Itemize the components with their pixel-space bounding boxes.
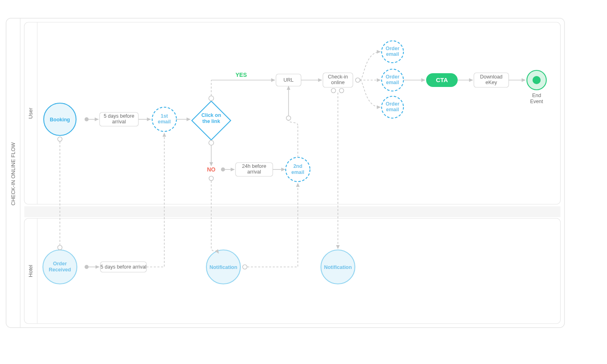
- svg-text:Download: Download: [480, 74, 503, 80]
- svg-text:2nd: 2nd: [293, 163, 302, 169]
- flow-diagram: CHECK-IN ONLINE FLOW User Hotel Booking …: [0, 0, 607, 364]
- node-notification-1-label: Notification: [210, 265, 238, 270]
- svg-text:eKey: eKey: [486, 80, 497, 85]
- node-5days-before-label-1: 5 days before: [104, 113, 134, 119]
- node-checkin-label-1: Check-in: [328, 74, 348, 80]
- svg-text:Order: Order: [386, 74, 399, 80]
- lane-hotel-label: Hotel: [28, 265, 34, 277]
- svg-point-39: [209, 176, 214, 181]
- svg-text:Received: Received: [49, 267, 71, 273]
- node-5days-before-label-2: arrival: [112, 119, 126, 125]
- node-cta-label: CTA: [436, 76, 448, 83]
- node-1st-email-label-1: 1st: [161, 113, 168, 119]
- svg-point-38: [58, 245, 62, 250]
- lane-user-label: User: [28, 108, 34, 119]
- svg-text:email: email: [386, 107, 399, 112]
- svg-point-32: [331, 89, 336, 93]
- svg-text:Order: Order: [386, 46, 399, 51]
- node-checkin-label-2: online: [331, 80, 344, 85]
- svg-text:Order: Order: [53, 261, 67, 267]
- svg-text:email: email: [291, 169, 304, 175]
- svg-point-36: [85, 265, 89, 269]
- node-url-label: URL: [283, 77, 293, 83]
- svg-text:Event: Event: [530, 99, 543, 104]
- node-end-event: [527, 70, 546, 90]
- svg-text:email: email: [386, 80, 399, 85]
- label-no: NO: [207, 166, 216, 173]
- svg-rect-4: [24, 206, 560, 217]
- svg-text:the link: the link: [202, 119, 220, 124]
- node-1st-email-label-2: email: [158, 119, 171, 125]
- svg-text:Order: Order: [386, 101, 399, 107]
- svg-text:Click on: Click on: [202, 112, 221, 118]
- svg-text:email: email: [386, 51, 399, 57]
- svg-point-25: [209, 140, 214, 145]
- svg-text:arrival: arrival: [247, 169, 261, 175]
- svg-point-11: [209, 96, 214, 101]
- node-notification-2-label: Notification: [324, 265, 352, 270]
- svg-text:24h before: 24h before: [242, 163, 266, 169]
- node-booking-label: Booking: [50, 117, 70, 123]
- svg-point-12: [356, 78, 360, 83]
- svg-text:End: End: [532, 93, 541, 98]
- svg-point-37: [58, 137, 62, 142]
- svg-point-33: [340, 89, 344, 93]
- svg-point-40: [243, 265, 247, 269]
- svg-point-22: [533, 76, 541, 84]
- pool-title: CHECK-IN ONLINE FLOW: [10, 142, 16, 205]
- svg-point-7: [85, 117, 89, 121]
- label-yes: YES: [236, 72, 247, 78]
- node-5days-before-hotel-label: 5 days before arrival: [100, 264, 146, 270]
- svg-point-26: [221, 167, 225, 171]
- svg-point-31: [287, 116, 291, 121]
